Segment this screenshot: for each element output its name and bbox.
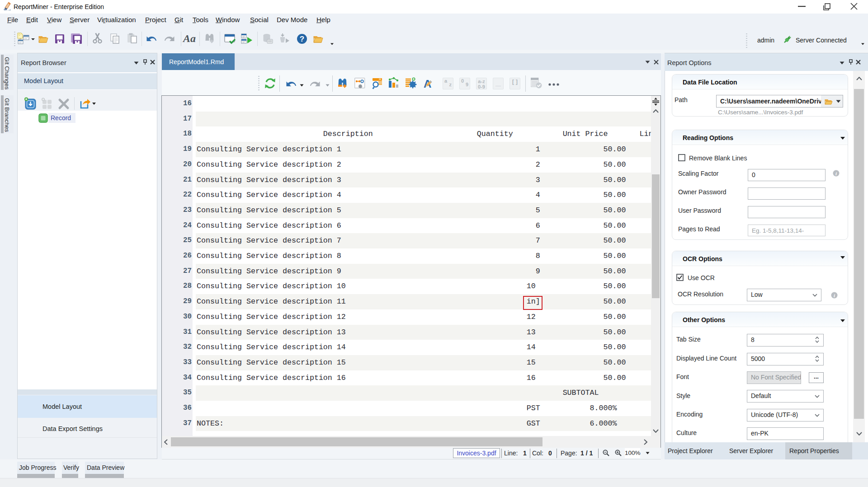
svg-text:?: ? [300, 35, 304, 43]
